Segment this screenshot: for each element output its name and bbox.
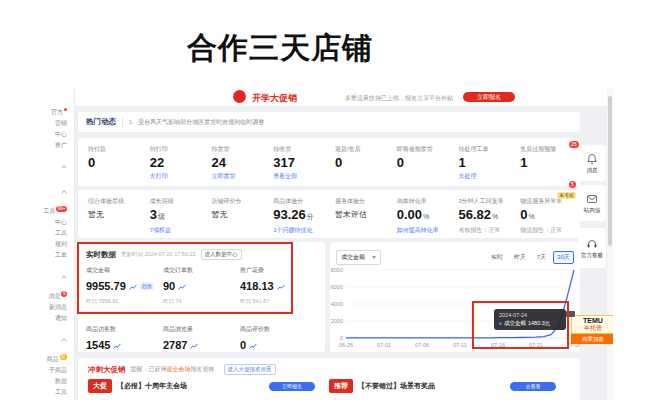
stat-column: 待发货24立即发货 [206,145,268,186]
promo-description: 提醒：已获得超全会场报名资格 [131,365,215,374]
stat-action-link[interactable]: 如何提高转化率 [397,226,447,235]
sidebar-item-label: 消息 [48,293,60,299]
notification-badge: 新 [60,354,68,360]
shop-score-card: 综合体验星级暂无成长层级3级7项权益店铺评价分暂无商品体验分93.26分1个问题… [78,190,580,238]
temu-recruit-button[interactable]: 商家招募 [571,334,613,344]
data-center-button[interactable]: 进入数据中心 [201,249,242,260]
tooltip-value: 1480.3元 [528,320,550,327]
sidebar-item[interactable]: 新消息 [30,303,67,311]
stat-column: 即将逾期发货0 [391,145,453,186]
promo-item-cta-button[interactable]: 去看看 [510,382,556,391]
trend-icon-wrap[interactable] [113,336,121,354]
trend-icon-wrap[interactable] [277,277,285,295]
y-axis-tick: 8000 [331,267,343,273]
toolbar-item-label: 消息 [584,167,601,174]
left-sidebar: 官方营销中心推广工具99+中心工具规则工单消息9新消息通知商品新子商品数据工具 [30,88,75,400]
promo-settings-button[interactable]: 进入大促报名设置 [224,364,276,375]
sidebar-item[interactable]: 工具 [30,229,67,237]
y-axis-tick: 2000 [331,318,343,324]
nav-collapse-toggle[interactable] [30,266,66,284]
stat-unit: % [528,213,534,220]
stat-column: 成长层级3级7项权益 [144,197,206,238]
message-count-badge: 25 [569,141,579,148]
metric-column: 成交金额9955.79趋势昨日 7956.91 [86,266,163,305]
sidebar-item[interactable]: 数据 [30,377,67,385]
promo-campaign-card: 冲刺大促销 提醒：已获得超全会场报名资格 进入大促报名设置 大促 【必报】十周年… [78,358,580,400]
stat-action-link[interactable]: 7项权益 [150,226,200,235]
stat-action-link[interactable]: 立即发货 [212,172,262,181]
chevron-up-icon [61,165,67,171]
stat-column: 售后过期预警1 [514,145,576,186]
trend-icon [113,343,121,350]
stat-value: 0 [397,156,447,170]
sidebar-item-label: 中心 [55,219,67,225]
stat-action-link[interactable]: 查看全部 [273,172,323,181]
inbox-count-badge: 5 [569,181,576,188]
trend-icon-wrap[interactable] [129,277,137,295]
sidebar-item[interactable]: 通知 [30,314,67,322]
toolbar-official-support-button[interactable]: 官方客服 [578,228,606,268]
sidebar-item[interactable]: 中心 [30,130,67,138]
stat-unit: 分 [307,213,314,220]
chart-header: 成交金额 实时昨天7天30天 [330,242,580,266]
promo-item-cta-button[interactable]: 立即报名 [269,382,315,391]
metric-label: 成交订单数 [163,266,240,275]
sidebar-item[interactable]: 工单 [30,251,67,259]
stat-label: 询单转化率 [397,197,447,206]
toolbar-messages-button[interactable]: 25 消息 [578,145,606,181]
metric-dropdown[interactable]: 成交金额 [336,250,381,265]
headset-icon [586,238,598,250]
stat-label: 待处理工单 [459,145,509,154]
trend-icon-wrap[interactable] [178,277,186,295]
hot-news-link[interactable]: 受台风天气影响部分地区发货时效规则临时调整 [138,118,264,127]
sidebar-item[interactable]: 子商品 [30,366,67,374]
stat-label: 待发货 [212,145,262,154]
metric-value: 1545 [86,339,110,351]
metric-label: 商品访客数 [86,325,163,334]
trend-icon-wrap[interactable] [249,336,257,354]
sidebar-item[interactable]: 规则 [30,240,67,248]
scrollbar-thumb[interactable] [608,96,612,246]
stat-unit: 级 [158,213,165,220]
revenue-chart-card: 成交金额 实时昨天7天30天 0200040006000800006-2607-… [330,242,580,352]
range-button-30天[interactable]: 30天 [553,251,574,264]
temu-recruit-widget[interactable]: TEMU 半托管 商家招募 [571,315,613,344]
range-button-7天[interactable]: 7天 [533,251,550,264]
sidebar-item[interactable]: 官方 [30,108,67,116]
stat-label: 即将逾期发货 [397,145,447,154]
trend-icon [178,284,186,291]
nav-collapse-toggle[interactable] [30,329,66,347]
stat-action-link[interactable]: 去处理 [459,172,509,181]
trend-icon-wrap[interactable] [190,336,198,354]
sidebar-item[interactable]: 工具 [30,388,67,396]
stat-column: 综合体验星级暂无 [82,197,144,238]
sidebar-item[interactable]: 商品新 [30,354,67,363]
scrollbar[interactable] [607,88,613,400]
metric-yesterday: 昨日 541.87 [240,298,317,305]
sidebar-item[interactable]: 营销 [30,119,67,127]
banner-cta-button[interactable]: 立即报名 [463,92,515,102]
nav-collapse-toggle[interactable] [30,181,66,199]
range-button-昨天[interactable]: 昨天 [510,251,530,264]
status-tag: 未考核 [557,192,576,199]
stat-label: 待付款 [88,145,138,154]
stat-value: 22 [150,156,200,170]
toolbar-inbox-button[interactable]: 5 站内信 [578,185,606,221]
sidebar-item[interactable]: 工具99+ [30,206,67,215]
chevron-up-icon [61,338,67,344]
nav-collapse-toggle[interactable] [30,156,66,174]
sidebar-item[interactable]: 中心 [30,218,67,226]
sidebar-item[interactable]: 消息9 [30,291,67,300]
stat-action-link[interactable]: 1个问题待优化 [273,226,323,235]
stat-label: 成长层级 [150,197,200,206]
stat-note: 物流报告：正常 [520,226,570,235]
trend-icon [277,284,285,291]
sidebar-item[interactable]: 推广 [30,141,67,149]
promo-item: 大促 【必报】十周年主会场 立即报名 [88,379,329,393]
range-button-实时[interactable]: 实时 [487,251,507,264]
sidebar-item-label: 工具 [43,208,55,214]
y-axis-tick: 0 [340,335,343,341]
stat-action-link[interactable]: 去打印 [150,172,200,181]
dashboard-screenshot: 官方营销中心推广工具99+中心工具规则工单消息9新消息通知商品新子商品数据工具 … [30,88,613,400]
metric-value: 9955.79 [86,280,126,292]
